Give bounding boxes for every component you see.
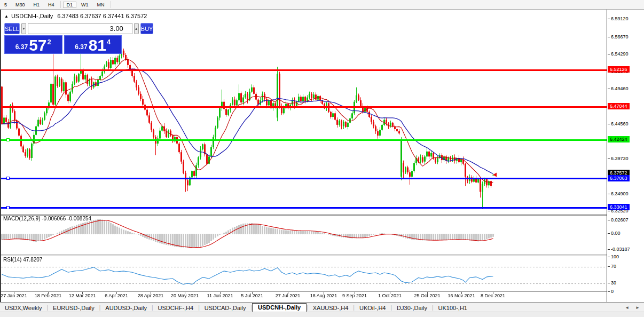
chart-symbol-label: USDCNH-,Daily xyxy=(11,13,53,19)
volume-decrease-button[interactable]: ▼ xyxy=(21,23,26,34)
timeframe-button-mn[interactable]: MN xyxy=(93,2,108,8)
rsi-indicator-label: RSI(14) 47.8207 xyxy=(3,257,42,263)
tab-usdcad-daily[interactable]: USDCAD-,Daily xyxy=(200,304,251,312)
sell-button[interactable]: SELL xyxy=(4,23,20,34)
sell-price-display[interactable]: 6.37572 xyxy=(4,35,62,54)
price-level-label: 6.37063 xyxy=(608,175,630,181)
price-axis-tick: 6.49460 xyxy=(611,86,629,91)
tab-scroll-nav: ◄► xyxy=(625,305,640,310)
tab-ukoil-h4[interactable]: UKOil-,H4 xyxy=(355,304,391,312)
sell-price-sup: 2 xyxy=(48,38,51,46)
buy-price-big: 81 xyxy=(89,38,106,52)
toolbar-separator xyxy=(60,1,61,8)
price-level-label: 6.52126 xyxy=(608,66,630,73)
tab-usdchf-h4[interactable]: USDCHF-,H4 xyxy=(153,304,199,312)
price-axis: 6.591206.566706.542906.518406.494606.445… xyxy=(607,10,644,302)
window-left-border xyxy=(0,10,1,302)
chart-window: ▲USDCNH-,Daily6.37483 6.37637 6.37441 6.… xyxy=(0,10,644,302)
timeframe-button-5[interactable]: 5 xyxy=(1,2,11,8)
rsi-axis-tick: 70 xyxy=(611,264,616,269)
tab-uk100-h1[interactable]: UK100-,H1 xyxy=(434,304,472,312)
rsi-axis-tick: 0 xyxy=(611,289,614,294)
one-click-trade-panel: SELL ▼ ▲ BUY 6.37572 6.37814 xyxy=(4,23,122,54)
macd-axis-tick: -0.03187 xyxy=(611,247,630,252)
tab-usdcnh-daily[interactable]: USDCNH-,Daily xyxy=(252,303,307,312)
price-axis-tick: 6.59120 xyxy=(611,16,629,21)
buy-price-display[interactable]: 6.37814 xyxy=(64,35,122,54)
tab-audusd-daily[interactable]: AUDUSD-,Daily xyxy=(100,304,152,312)
macd-indicator-label: MACD(12,26,9) -0.006066 -0.008254 xyxy=(3,216,91,221)
tab-scroll-left-icon[interactable]: ◄ xyxy=(625,305,629,310)
price-axis-tick: 6.39730 xyxy=(611,156,629,161)
timeframe-button-m30[interactable]: M30 xyxy=(12,2,29,8)
price-axis-tick: 6.34900 xyxy=(611,191,629,196)
symbol-tab-bar: USDX,Weekly|EURUSD-,Daily|AUDUSD-,Daily|… xyxy=(0,302,644,313)
volume-increase-button[interactable]: ▲ xyxy=(134,23,139,34)
price-axis-tick: 6.54290 xyxy=(611,51,629,57)
tab-usdx-weekly[interactable]: USDX,Weekly xyxy=(0,304,46,312)
sell-price-prefix: 6.37 xyxy=(15,43,28,51)
buy-button[interactable]: BUY xyxy=(140,23,154,34)
rsi-axis-tick: 30 xyxy=(611,280,616,286)
timeframe-button-h4[interactable]: H4 xyxy=(44,2,58,8)
price-level-label: 6.33041 xyxy=(608,204,630,210)
chart-ohlc-values: 6.37483 6.37637 6.37441 6.37572 xyxy=(57,13,147,19)
price-level-label: 6.42424 xyxy=(608,136,630,142)
price-axis-tick: 6.56670 xyxy=(611,34,629,39)
tab-xauusd-h4[interactable]: XAUUSD-,H4 xyxy=(308,304,354,312)
rsi-axis-tick: 100 xyxy=(611,254,619,259)
timeframe-button-w1[interactable]: W1 xyxy=(77,2,92,8)
status-strip xyxy=(0,312,644,317)
buy-price-sup: 4 xyxy=(107,38,111,46)
buy-price-prefix: 6.37 xyxy=(75,43,87,51)
tab-dj30-daily[interactable]: DJ30-,Daily xyxy=(392,304,432,312)
timeframe-button-h1[interactable]: H1 xyxy=(30,2,44,8)
timeframe-button-d1[interactable]: D1 xyxy=(63,2,77,8)
macd-axis-tick: 0.02607 xyxy=(611,217,629,223)
price-axis-tick: 6.44560 xyxy=(611,121,629,126)
price-level-label: 6.47044 xyxy=(608,103,630,109)
spinner-up-icon: ▲ xyxy=(135,27,138,30)
sell-price-big: 57 xyxy=(29,38,46,52)
spinner-down-icon: ▼ xyxy=(22,27,26,30)
collapse-icon[interactable]: ▲ xyxy=(4,14,9,19)
tab-eurusd-daily[interactable]: EURUSD-,Daily xyxy=(48,304,99,312)
toolbar-separator xyxy=(111,1,111,8)
volume-input[interactable] xyxy=(28,23,132,34)
timeframe-toolbar: 5M30H1H4D1W1MN xyxy=(0,0,644,10)
tab-scroll-right-icon[interactable]: ► xyxy=(635,305,640,310)
macd-axis-tick: 0.00 xyxy=(611,231,621,236)
chart-title: ▲USDCNH-,Daily6.37483 6.37637 6.37441 6.… xyxy=(4,13,147,19)
